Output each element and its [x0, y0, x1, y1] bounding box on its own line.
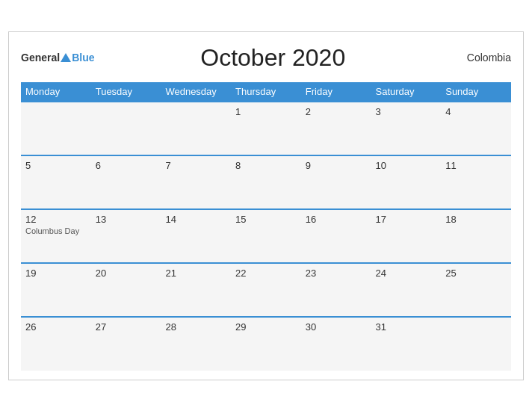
calendar-day-cell: 27 — [91, 317, 161, 371]
calendar-day-cell: 29 — [231, 317, 301, 371]
day-number: 17 — [376, 214, 437, 225]
day-number: 5 — [25, 160, 87, 171]
day-number: 14 — [165, 214, 226, 225]
day-number: 13 — [96, 214, 157, 225]
calendar-day-cell — [21, 102, 91, 155]
calendar-grid: MondayTuesdayWednesdayThursdayFridaySatu… — [21, 82, 511, 371]
calendar-container: General Blue October 2020 Colombia Monda… — [8, 31, 524, 380]
calendar-day-cell: 25 — [441, 263, 511, 317]
calendar-day-cell: 5 — [21, 155, 91, 209]
day-number: 25 — [445, 268, 507, 279]
weekday-header-row: MondayTuesdayWednesdayThursdayFridaySatu… — [21, 82, 511, 102]
day-number: 24 — [376, 268, 437, 279]
day-number: 15 — [235, 214, 297, 225]
calendar-day-cell: 30 — [301, 317, 371, 371]
calendar-header: General Blue October 2020 Colombia — [21, 44, 511, 72]
calendar-day-cell: 11 — [441, 155, 511, 209]
day-number: 6 — [96, 160, 157, 171]
calendar-title: October 2020 — [94, 44, 451, 72]
logo: General Blue — [21, 52, 94, 63]
calendar-day-cell: 4 — [441, 102, 511, 155]
day-number: 12 — [25, 214, 87, 225]
weekday-header-tuesday: Tuesday — [91, 82, 161, 102]
day-number: 4 — [445, 106, 507, 117]
day-number: 31 — [376, 321, 437, 333]
calendar-day-cell: 23 — [301, 263, 371, 317]
calendar-day-cell: 1 — [231, 102, 301, 155]
calendar-country: Colombia — [451, 52, 511, 64]
calendar-day-cell — [441, 317, 511, 371]
calendar-week-row: 19202122232425 — [21, 263, 511, 317]
day-number: 16 — [306, 214, 367, 225]
day-number: 22 — [235, 268, 297, 279]
calendar-day-cell: 20 — [91, 263, 161, 317]
calendar-day-cell: 13 — [91, 209, 161, 263]
calendar-day-cell: 16 — [301, 209, 371, 263]
calendar-day-cell: 19 — [21, 263, 91, 317]
calendar-week-row: 12Columbus Day131415161718 — [21, 209, 511, 263]
calendar-week-row: 1234 — [21, 102, 511, 155]
day-event: Columbus Day — [25, 226, 87, 235]
calendar-day-cell: 9 — [301, 155, 371, 209]
calendar-day-cell: 24 — [371, 263, 442, 317]
day-number: 30 — [306, 321, 367, 333]
weekday-header-saturday: Saturday — [371, 82, 442, 102]
calendar-day-cell: 12Columbus Day — [21, 209, 91, 263]
calendar-thead: MondayTuesdayWednesdayThursdayFridaySatu… — [21, 82, 511, 102]
day-number: 8 — [235, 160, 297, 171]
calendar-day-cell: 6 — [91, 155, 161, 209]
day-number: 7 — [165, 160, 226, 171]
calendar-day-cell: 21 — [161, 263, 231, 317]
calendar-day-cell: 8 — [231, 155, 301, 209]
calendar-day-cell: 31 — [371, 317, 442, 371]
calendar-day-cell: 7 — [161, 155, 231, 209]
day-number: 28 — [165, 321, 226, 333]
day-number: 9 — [306, 160, 367, 171]
calendar-day-cell: 17 — [371, 209, 442, 263]
logo-triangle-icon — [61, 53, 71, 62]
calendar-day-cell: 26 — [21, 317, 91, 371]
weekday-header-wednesday: Wednesday — [161, 82, 231, 102]
day-number: 18 — [445, 214, 507, 225]
calendar-week-row: 262728293031 — [21, 317, 511, 371]
calendar-tbody: 123456789101112Columbus Day1314151617181… — [21, 102, 511, 371]
day-number: 23 — [306, 268, 367, 279]
day-number: 3 — [376, 106, 437, 117]
day-number: 26 — [25, 321, 87, 333]
calendar-day-cell: 18 — [441, 209, 511, 263]
calendar-day-cell: 14 — [161, 209, 231, 263]
weekday-header-sunday: Sunday — [441, 82, 511, 102]
logo-blue-text: Blue — [72, 52, 94, 63]
day-number: 20 — [96, 268, 157, 279]
calendar-day-cell: 15 — [231, 209, 301, 263]
day-number: 21 — [165, 268, 226, 279]
calendar-day-cell — [161, 102, 231, 155]
day-number: 19 — [25, 268, 87, 279]
logo-general-text: General — [21, 52, 60, 63]
calendar-day-cell: 2 — [301, 102, 371, 155]
weekday-header-thursday: Thursday — [231, 82, 301, 102]
day-number: 29 — [235, 321, 297, 333]
calendar-day-cell: 10 — [371, 155, 442, 209]
calendar-day-cell: 22 — [231, 263, 301, 317]
calendar-day-cell — [91, 102, 161, 155]
calendar-week-row: 567891011 — [21, 155, 511, 209]
day-number: 10 — [376, 160, 437, 171]
day-number: 2 — [306, 106, 367, 117]
calendar-day-cell: 3 — [371, 102, 442, 155]
day-number: 11 — [445, 160, 507, 171]
weekday-header-friday: Friday — [301, 82, 371, 102]
day-number: 27 — [96, 321, 157, 333]
weekday-header-monday: Monday — [21, 82, 91, 102]
calendar-day-cell: 28 — [161, 317, 231, 371]
day-number: 1 — [235, 106, 297, 117]
